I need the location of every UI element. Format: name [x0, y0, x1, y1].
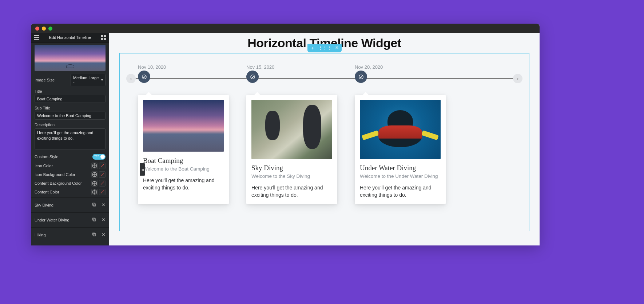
- card-title: Sky Diving: [251, 164, 332, 172]
- description-textarea[interactable]: Here you'll get the amazing and exciting…: [35, 128, 106, 149]
- chevron-down-icon: ▾: [101, 78, 103, 82]
- color-row-label: Content Color: [35, 190, 59, 194]
- item-row-label: Under Water Diving: [35, 218, 69, 222]
- apps-grid-icon[interactable]: [101, 35, 106, 40]
- svg-line-3: [101, 173, 104, 176]
- svg-line-5: [101, 182, 104, 185]
- timeline-item-row[interactable]: Hiking ✕: [31, 227, 109, 242]
- timeline-widget[interactable]: ‹ › Nov 10, 2020 Nov 15, 2020 Nov 20, 20…: [119, 53, 529, 231]
- close-section-icon[interactable]: ✕: [335, 45, 339, 51]
- svg-rect-12: [93, 233, 96, 236]
- node-date: Nov 10, 2020: [138, 64, 229, 70]
- sidebar-content: Image Size Medium Large - ▾ Title Sub Ti…: [31, 43, 109, 245]
- card-description: Here you'll get the amazing and exciting…: [143, 177, 224, 192]
- delete-icon[interactable]: ✕: [102, 217, 106, 223]
- card-description: Here you'll get the amazing and exciting…: [251, 184, 332, 199]
- timeline-card[interactable]: Under Water Diving Welcome to the Under …: [355, 95, 446, 204]
- color-picker-icon[interactable]: [99, 180, 106, 187]
- custom-style-toggle[interactable]: YES: [92, 154, 106, 160]
- toggle-label: YES: [94, 155, 99, 157]
- color-picker-icon[interactable]: [99, 163, 106, 169]
- color-row: Icon Color: [35, 163, 106, 169]
- subtitle-input[interactable]: [35, 112, 106, 120]
- menu-icon[interactable]: [34, 35, 39, 40]
- svg-rect-11: [92, 218, 95, 220]
- globe-icon[interactable]: [91, 171, 98, 178]
- window-minimize-dot[interactable]: [42, 27, 46, 31]
- svg-line-7: [101, 191, 104, 194]
- title-input[interactable]: [35, 95, 106, 103]
- globe-icon[interactable]: [91, 180, 98, 187]
- card-subtitle: Welcome to the Sky Diving: [251, 173, 332, 179]
- image-size-value: Medium Large -: [73, 76, 101, 84]
- item-row-label: Sky Diving: [35, 203, 53, 207]
- duplicate-icon[interactable]: [92, 202, 96, 208]
- subtitle-label: Sub Title: [35, 106, 106, 110]
- card-image: [360, 100, 441, 159]
- sidebar-header: Edit Horizontal Timeline: [31, 33, 109, 43]
- duplicate-icon[interactable]: [92, 232, 96, 238]
- card-title: Under Water Diving: [360, 164, 441, 172]
- image-size-label: Image Size: [35, 78, 55, 82]
- section-edit-toolbar: ＋ ⋮⋮⋮ ✕: [307, 44, 342, 52]
- node-marker: [246, 71, 259, 83]
- card-title: Boat Camping: [143, 157, 224, 165]
- color-picker-icon[interactable]: [99, 189, 106, 195]
- color-row-label: Icon Color: [35, 164, 53, 168]
- add-section-icon[interactable]: ＋: [310, 45, 315, 51]
- app-window: Edit Horizontal Timeline Image Size Medi…: [31, 24, 540, 245]
- image-thumbnail[interactable]: [35, 45, 106, 71]
- node-marker: [138, 71, 150, 83]
- card-subtitle: Welcome to the Boat Camping: [143, 166, 224, 172]
- timeline-card[interactable]: Boat Camping Welcome to the Boat Camping…: [138, 95, 229, 204]
- duplicate-icon[interactable]: [92, 217, 96, 223]
- color-row: Icon Background Color: [35, 171, 106, 178]
- globe-icon[interactable]: [91, 163, 98, 169]
- custom-style-label: Custom Style: [35, 155, 58, 159]
- color-picker-icon[interactable]: [99, 171, 106, 178]
- node-date: Nov 20, 2020: [355, 64, 446, 70]
- card-subtitle: Welcome to the Under Water Diving: [360, 173, 441, 179]
- window-maximize-dot[interactable]: [48, 27, 52, 31]
- globe-icon[interactable]: [91, 189, 98, 195]
- svg-line-1: [101, 164, 104, 168]
- window-close-dot[interactable]: [35, 27, 39, 31]
- item-row-label: Hiking: [35, 233, 46, 237]
- image-size-select[interactable]: Medium Large - ▾: [71, 74, 106, 86]
- title-label: Title: [35, 89, 106, 93]
- timeline-prev-button[interactable]: ‹: [126, 74, 136, 83]
- editor-sidebar: Edit Horizontal Timeline Image Size Medi…: [31, 33, 109, 245]
- svg-rect-8: [93, 204, 96, 206]
- color-row: Content Color: [35, 189, 106, 195]
- color-row: Content Background Color: [35, 180, 106, 187]
- drag-section-icon[interactable]: ⋮⋮⋮: [318, 45, 331, 51]
- card-image: [251, 100, 332, 159]
- card-image: [143, 100, 224, 152]
- preview-canvas: Horizontal Timeline Widget ＋ ⋮⋮⋮ ✕ ‹ › N…: [109, 33, 540, 245]
- node-date: Nov 15, 2020: [246, 64, 337, 70]
- timeline-item-row[interactable]: Sky Diving ✕: [31, 197, 109, 212]
- timeline-track: ‹ › Nov 10, 2020 Nov 15, 2020 Nov 20, 20…: [130, 64, 519, 90]
- timeline-node[interactable]: Nov 20, 2020: [355, 64, 446, 83]
- delete-icon[interactable]: ✕: [102, 232, 106, 238]
- svg-rect-10: [93, 219, 96, 221]
- color-row-label: Icon Background Color: [35, 172, 75, 177]
- timeline-card[interactable]: Sky Diving Welcome to the Sky Diving Her…: [246, 95, 337, 204]
- color-row-label: Content Background Color: [35, 181, 82, 185]
- sidebar-collapse-handle[interactable]: ◀: [140, 163, 145, 176]
- timeline-item-row[interactable]: Under Water Diving ✕: [31, 212, 109, 227]
- card-description: Here you'll get the amazing and exciting…: [360, 184, 441, 199]
- svg-rect-13: [92, 233, 95, 235]
- timeline-node[interactable]: Nov 15, 2020: [246, 64, 337, 83]
- svg-rect-9: [92, 203, 95, 205]
- window-titlebar: [31, 24, 540, 33]
- description-label: Description: [35, 123, 106, 127]
- timeline-node[interactable]: Nov 10, 2020: [138, 64, 229, 83]
- sidebar-title: Edit Horizontal Timeline: [49, 35, 91, 40]
- delete-icon[interactable]: ✕: [102, 202, 106, 208]
- node-marker: [355, 71, 367, 83]
- timeline-next-button[interactable]: ›: [513, 74, 522, 83]
